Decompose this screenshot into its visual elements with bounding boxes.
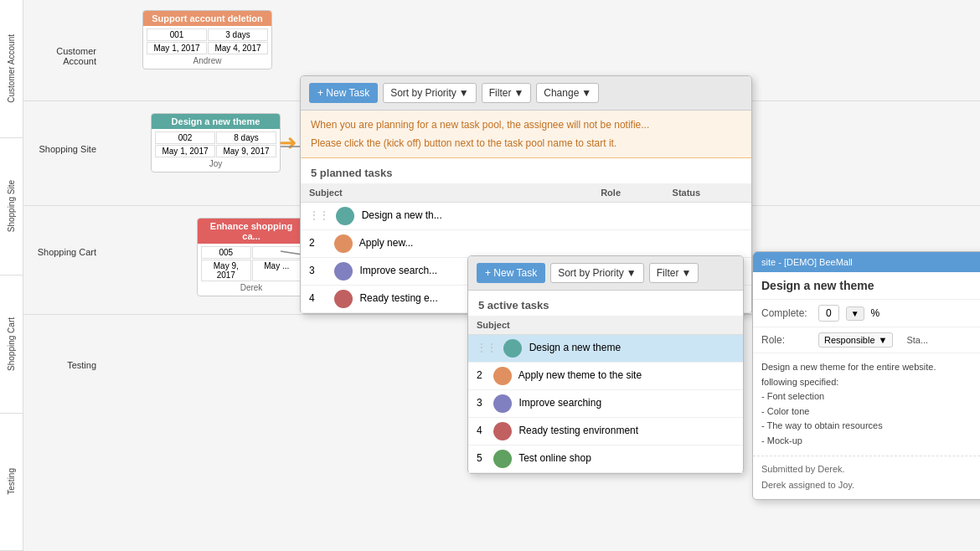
filter-chevron-icon: ▼ <box>513 87 524 99</box>
active-subject-2: Apply new theme to the site <box>518 369 642 381</box>
panel-active-tasks: + New Task Sort by Priority ▼ Filter ▼ 5… <box>467 255 744 474</box>
sort-priority-button-1[interactable]: Sort by Priority ▼ <box>383 83 477 103</box>
notification-line1: When you are planning for a new task poo… <box>311 117 741 132</box>
panel3-description: Design a new theme for the entire websit… <box>753 353 980 456</box>
sort-label-1: Sort by Priority <box>390 87 456 99</box>
table-row[interactable]: 2 Apply new... <box>301 230 751 258</box>
card-grid-cart: 005 May 9, 2017 May ... <box>201 246 302 281</box>
footer-line1: Submitted by Derek. <box>761 461 980 478</box>
sidebar-label-testing: Testing <box>7 468 16 495</box>
role-value: Responsible <box>824 335 875 345</box>
task-status-1 <box>664 203 751 230</box>
complete-dropdown-icon[interactable]: ▼ <box>846 306 864 321</box>
sidebar-testing: Testing <box>0 414 23 552</box>
avatar-4 <box>334 290 353 308</box>
avatar-2 <box>334 234 353 253</box>
notification-line2: Please click the (kick off) button next … <box>311 136 741 151</box>
card-date1-2: May 1, 2017 <box>155 145 215 157</box>
role-select[interactable]: Responsible ▼ <box>818 332 893 348</box>
panel1-toolbar: + New Task Sort by Priority ▼ Filter ▼ C… <box>301 76 751 111</box>
task-card-support-deletion[interactable]: Support account deletion 001 3 days May … <box>142 10 272 70</box>
new-task-button-2[interactable]: + New Task <box>477 263 545 283</box>
card-date1: May 1, 2017 <box>147 42 207 54</box>
col-subject: Subject <box>301 183 592 203</box>
panel2-toolbar: + New Task Sort by Priority ▼ Filter ▼ <box>468 256 743 291</box>
new-task-button-1[interactable]: + New Task <box>309 83 378 103</box>
role-label: Role: <box>761 334 812 346</box>
filter-button-2[interactable]: Filter ▼ <box>649 263 699 283</box>
task-num-2: 2 Apply new... <box>301 230 592 258</box>
sidebar-label-shopping-site: Shopping Site <box>7 180 16 232</box>
active-num-2: 2 <box>477 369 482 381</box>
sort-chevron-2-icon: ▼ <box>627 267 637 279</box>
table-row[interactable]: 2 Apply new theme to the site <box>468 363 743 390</box>
active-avatar-1 <box>503 339 522 358</box>
task-role-1 <box>592 203 663 230</box>
row-label-shopping-cart: Shopping Cart <box>28 247 103 257</box>
active-num-4: 4 <box>477 425 482 436</box>
task-subject-1: Design a new th... <box>362 209 442 221</box>
card-days-3 <box>252 246 302 259</box>
task-card-enhance-cart[interactable]: Enhance shopping ca... 005 May 9, 2017 M… <box>197 218 306 296</box>
card-grid-design: 002 8 days May 1, 2017 May 9, 2017 <box>155 131 276 157</box>
task-subject-4: Ready testing e... <box>359 292 437 304</box>
active-subject-5: Test online shop <box>518 452 591 464</box>
sidebar-label-customer: Customer Account <box>7 34 16 103</box>
active-tasks-title: 5 active tasks <box>468 291 743 316</box>
active-task-1: ⋮⋮ Design a new theme <box>468 335 743 363</box>
card-grid-support: 001 3 days May 1, 2017 May 4, 2017 <box>147 28 268 54</box>
task-status-2 <box>664 230 751 258</box>
kanban-content: Customer Account Shopping Site Shopping … <box>23 0 980 551</box>
active-task-2: 2 Apply new theme to the site <box>468 363 743 390</box>
sort-priority-button-2[interactable]: Sort by Priority ▼ <box>550 263 644 283</box>
card-header-support: Support account deletion <box>143 11 271 26</box>
complete-pct: % <box>871 307 880 319</box>
arrow-1: ➜ <box>279 130 297 156</box>
change-button-1[interactable]: Change ▼ <box>536 83 599 103</box>
panel3-title: Design a new theme <box>753 272 980 300</box>
complete-label: Complete: <box>761 307 812 319</box>
active-task-5: 5 Test online shop <box>468 445 743 473</box>
sidebar-label-cart: Shopping Cart <box>7 317 16 371</box>
card-num-3: 005 <box>201 246 251 259</box>
active-avatar-3 <box>493 394 512 413</box>
change-chevron-icon: ▼ <box>581 87 591 99</box>
card-person: Andrew <box>147 56 268 65</box>
row-label-testing: Testing <box>28 360 103 370</box>
table-row[interactable]: ⋮⋮ Design a new th... <box>301 203 751 230</box>
complete-value[interactable]: 0 <box>818 305 839 322</box>
card-person-3: Derek <box>201 283 302 292</box>
row-label-shopping-site: Shopping Site <box>28 144 103 154</box>
active-col-subject: Subject <box>468 316 743 335</box>
filter-button-1[interactable]: Filter ▼ <box>482 83 532 103</box>
drag-handle-icon: ⋮⋮ <box>309 209 329 221</box>
panel-task-detail: site - [DEMO] BeeMall Design a new theme… <box>752 251 980 500</box>
col-status: Status <box>664 183 751 203</box>
filter-label-1: Filter <box>489 87 512 99</box>
table-row[interactable]: ⋮⋮ Design a new theme <box>468 335 743 363</box>
active-subject-4: Ready testing environment <box>518 425 638 436</box>
row-label-customer: Customer Account <box>28 46 103 66</box>
card-date2-2: May 9, 2017 <box>216 145 276 157</box>
table-row[interactable]: 5 Test online shop <box>468 445 743 473</box>
sidebar-shopping-cart: Shopping Cart <box>0 276 23 414</box>
card-person-2: Joy <box>155 159 276 168</box>
active-task-3: 3 Improve searching <box>468 390 743 418</box>
drag-handle-active-icon: ⋮⋮ <box>477 342 497 353</box>
card-date1-3: May 9, 2017 <box>201 260 251 281</box>
role-chevron-icon: ▼ <box>879 335 888 345</box>
panel3-footer: Submitted by Derek. Derek assigned to Jo… <box>753 456 980 500</box>
footer-line2: Derek assigned to Joy. <box>761 477 980 494</box>
table-row[interactable]: 4 Ready testing environment <box>468 418 743 445</box>
change-label-1: Change <box>544 87 579 99</box>
card-header-cart: Enhance shopping ca... <box>198 219 305 244</box>
task-card-design-theme[interactable]: Design a new theme 002 8 days May 1, 201… <box>151 113 281 173</box>
active-subject-1: Design a new theme <box>529 342 621 353</box>
table-row[interactable]: 3 Improve searching <box>468 390 743 418</box>
panel3-role-field: Role: Responsible ▼ Sta... <box>753 327 980 353</box>
sort-chevron-icon: ▼ <box>459 87 469 99</box>
active-task-4: 4 Ready testing environment <box>468 418 743 445</box>
card-num-2: 002 <box>155 131 215 144</box>
active-avatar-2 <box>493 367 512 385</box>
active-avatar-5 <box>493 450 512 468</box>
